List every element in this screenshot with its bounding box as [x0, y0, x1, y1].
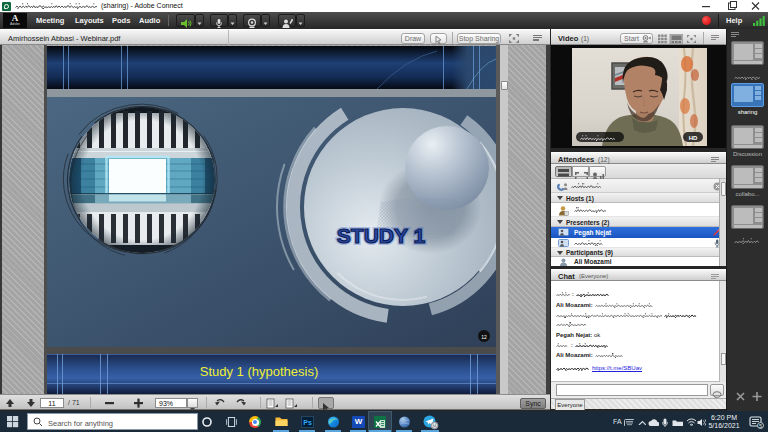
- svg-text:STUDY 1: STUDY 1: [337, 224, 426, 247]
- svg-text:Study 1 (hypothesis): Study 1 (hypothesis): [200, 364, 319, 379]
- svg-text:HD: HD: [689, 135, 698, 141]
- svg-text:5: 5: [759, 423, 762, 429]
- svg-text:12: 12: [481, 334, 487, 340]
